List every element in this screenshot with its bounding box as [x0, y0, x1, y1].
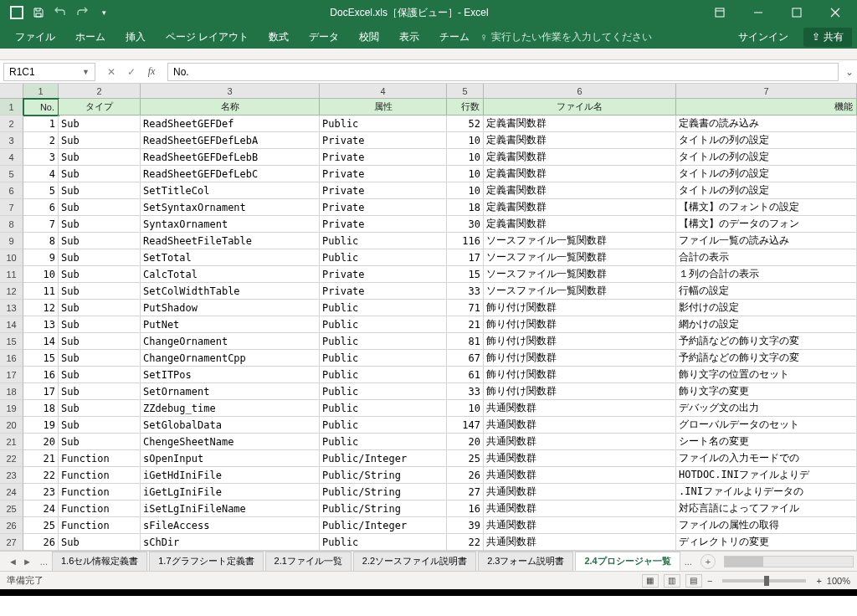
- cell[interactable]: 共通関数群: [484, 434, 676, 450]
- cell[interactable]: Sub: [59, 383, 141, 400]
- tab-view[interactable]: 表示: [389, 25, 429, 49]
- cell[interactable]: PutNet: [141, 316, 320, 333]
- cell[interactable]: Sub: [59, 300, 141, 316]
- cell[interactable]: 81: [447, 333, 484, 350]
- sheet-tab[interactable]: 1.6セル情報定義書: [52, 552, 147, 571]
- cell[interactable]: 20: [23, 434, 59, 450]
- cell[interactable]: Sub: [59, 166, 141, 182]
- column-header[interactable]: 3: [141, 84, 320, 98]
- cell[interactable]: 10: [447, 149, 484, 166]
- cell[interactable]: 定義書の読み込み: [676, 116, 857, 132]
- cell[interactable]: 33: [447, 383, 484, 400]
- cell[interactable]: 行幅の設定: [676, 283, 857, 300]
- cell[interactable]: 定義書関数群: [484, 182, 676, 199]
- sheet-tab[interactable]: 2.3フォーム説明書: [478, 552, 573, 571]
- cell[interactable]: 網かけの設定: [676, 316, 857, 333]
- cell[interactable]: iGetHdIniFile: [141, 467, 320, 484]
- sheet-overflow-left[interactable]: ...: [37, 557, 51, 567]
- cell[interactable]: SetOrnament: [141, 383, 320, 400]
- cell[interactable]: sFileAccess: [141, 517, 320, 534]
- cell[interactable]: 22: [447, 534, 484, 551]
- cell[interactable]: Public: [320, 400, 447, 417]
- cell[interactable]: 11: [23, 283, 59, 300]
- cell[interactable]: 19: [23, 417, 59, 434]
- cell[interactable]: ReadSheetGEFDefLebB: [141, 149, 320, 166]
- cell[interactable]: 15: [447, 266, 484, 283]
- row-header[interactable]: 9: [0, 233, 23, 249]
- cell[interactable]: 13: [23, 316, 59, 333]
- column-header[interactable]: 2: [59, 84, 141, 98]
- cell[interactable]: Public: [320, 316, 447, 333]
- row-header[interactable]: 27: [0, 534, 23, 551]
- cell[interactable]: 定義書関数群: [484, 149, 676, 166]
- cell[interactable]: ディレクトリの変更: [676, 534, 857, 551]
- cell[interactable]: ソースファイル一覧関数群: [484, 283, 676, 300]
- cell[interactable]: SetTitleCol: [141, 182, 320, 199]
- cell[interactable]: Sub: [59, 233, 141, 249]
- cell[interactable]: 定義書関数群: [484, 216, 676, 233]
- row-header[interactable]: 8: [0, 216, 23, 233]
- cell[interactable]: 24: [23, 501, 59, 517]
- column-header[interactable]: 1: [23, 84, 59, 98]
- cell[interactable]: 定義書関数群: [484, 166, 676, 182]
- cell[interactable]: 116: [447, 233, 484, 249]
- cell[interactable]: Public: [320, 233, 447, 249]
- cell[interactable]: ChangeOrnamentCpp: [141, 350, 320, 367]
- maximize-button[interactable]: [778, 0, 815, 25]
- cell[interactable]: 5: [23, 182, 59, 199]
- row-header[interactable]: 20: [0, 417, 23, 434]
- cell[interactable]: 共通関数群: [484, 534, 676, 551]
- cell[interactable]: ファイル一覧の読み込み: [676, 233, 857, 249]
- cell[interactable]: 共通関数群: [484, 467, 676, 484]
- table-header-cell[interactable]: 属性: [320, 99, 447, 116]
- cell[interactable]: 飾り付け関数群: [484, 316, 676, 333]
- row-header[interactable]: 19: [0, 400, 23, 417]
- cell[interactable]: 共通関数群: [484, 400, 676, 417]
- cell[interactable]: 21: [447, 316, 484, 333]
- cell[interactable]: CalcTotal: [141, 266, 320, 283]
- cell[interactable]: 1: [23, 116, 59, 132]
- cell[interactable]: iGetLgIniFile: [141, 484, 320, 501]
- cell[interactable]: 予約語などの飾り文字の変: [676, 333, 857, 350]
- cell[interactable]: 33: [447, 283, 484, 300]
- cell[interactable]: ソースファイル一覧関数群: [484, 266, 676, 283]
- table-header-cell[interactable]: タイプ: [59, 99, 141, 116]
- cell[interactable]: 飾り付け関数群: [484, 383, 676, 400]
- cell[interactable]: 飾り文字の位置のセット: [676, 367, 857, 383]
- signin-link[interactable]: サインイン: [730, 30, 797, 44]
- enter-formula-icon[interactable]: ✓: [122, 63, 141, 81]
- cell[interactable]: 7: [23, 216, 59, 233]
- cell[interactable]: Function: [59, 450, 141, 467]
- cell[interactable]: 【構文】のフォントの設定: [676, 199, 857, 216]
- cell[interactable]: 10: [23, 266, 59, 283]
- minimize-button[interactable]: [740, 0, 777, 25]
- cell[interactable]: Public: [320, 116, 447, 132]
- cell[interactable]: Sub: [59, 132, 141, 149]
- cell[interactable]: 10: [447, 166, 484, 182]
- cell[interactable]: SetColWidthTable: [141, 283, 320, 300]
- tab-pagelayout[interactable]: ページ レイアウト: [156, 25, 259, 49]
- cell[interactable]: Sub: [59, 199, 141, 216]
- cell[interactable]: Sub: [59, 249, 141, 266]
- cell[interactable]: 20: [447, 434, 484, 450]
- cell[interactable]: Private: [320, 182, 447, 199]
- zoom-in-button[interactable]: +: [816, 576, 821, 586]
- cell[interactable]: 22: [23, 467, 59, 484]
- column-header[interactable]: 4: [320, 84, 447, 98]
- cell[interactable]: Private: [320, 132, 447, 149]
- cell[interactable]: Public: [320, 350, 447, 367]
- tab-home[interactable]: ホーム: [65, 25, 115, 49]
- cell[interactable]: ChengeSheetName: [141, 434, 320, 450]
- zoom-out-button[interactable]: −: [707, 576, 712, 586]
- cell[interactable]: sChDir: [141, 534, 320, 551]
- cell[interactable]: Sub: [59, 367, 141, 383]
- cell[interactable]: 共通関数群: [484, 501, 676, 517]
- cell[interactable]: Public/String: [320, 467, 447, 484]
- cell[interactable]: Private: [320, 283, 447, 300]
- cell[interactable]: Public/String: [320, 501, 447, 517]
- tab-file[interactable]: ファイル: [5, 25, 65, 49]
- cell[interactable]: 14: [23, 333, 59, 350]
- cell[interactable]: Function: [59, 501, 141, 517]
- cell[interactable]: 25: [447, 450, 484, 467]
- row-header[interactable]: 18: [0, 383, 23, 400]
